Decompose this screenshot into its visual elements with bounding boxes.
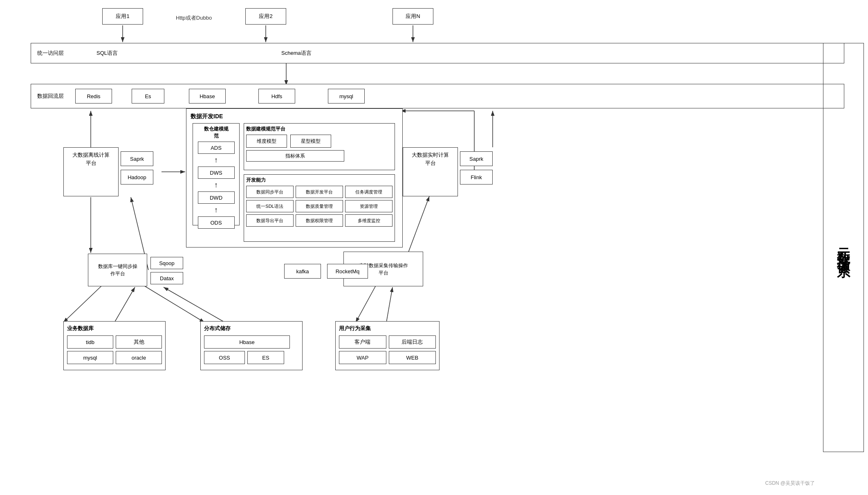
es-dist-box: ES — [247, 351, 284, 364]
unified-access-label: 统一访问层 — [37, 50, 64, 57]
dimension-model-box: 维度模型 — [246, 135, 287, 148]
data-perm-box: 数据权限管理 — [296, 214, 343, 227]
app2-box: 应用2 — [245, 8, 286, 25]
oss-box: OSS — [204, 351, 245, 364]
offline-compute-label: 大数据离线计算平台 — [72, 151, 110, 167]
business-db-box: 业务数据库 tidb 其他 mysql oracle — [63, 321, 166, 370]
offline-compute-box: 大数据离线计算平台 — [63, 147, 119, 196]
index-system-box: 指标体系 — [246, 150, 344, 162]
arrows-svg — [0, 0, 868, 495]
sqoop-box: Sqoop — [150, 257, 183, 269]
oracle-box: oracle — [116, 351, 162, 364]
watermark: CSDN @吴昊该干饭了 — [765, 480, 815, 487]
web-box: WEB — [389, 351, 436, 364]
spark-offline-box: Saprk — [121, 151, 153, 166]
ads-box: ADS — [198, 142, 235, 154]
flink-box: Flink — [460, 170, 493, 184]
unified-access-layer: 统一访问层 SQL语言 Schema语言 — [31, 43, 844, 63]
hbase-box: Hbase — [189, 89, 226, 104]
data-return-layer: 数据回流层 Redis Es Hbase Hdfs mysql — [31, 84, 844, 108]
sql-label: SQL语言 — [96, 50, 118, 57]
user-behavior-title: 用户行为采集 — [339, 325, 436, 332]
hadoop-box: Hadoop — [121, 170, 153, 184]
db-sync-box: 数据库一键同步操作平台 — [88, 254, 147, 286]
http-dubbo-label: Http或者Dubbo — [176, 14, 212, 22]
hdfs-box: Hdfs — [258, 89, 295, 104]
db-sync-label: 数据库一键同步操作平台 — [98, 263, 137, 277]
appN-box: 应用N — [393, 8, 433, 25]
kafka-box: kafka — [284, 264, 321, 279]
svg-line-14 — [164, 287, 225, 322]
resource-mgmt-box: 资源管理 — [345, 200, 393, 212]
meta-data-label: 元数据体系 — [823, 43, 864, 452]
datax-box: Datax — [150, 272, 183, 284]
backend-log-box: 后端日志 — [389, 335, 436, 349]
svg-line-13 — [114, 287, 135, 322]
schema-label: Schema语言 — [281, 50, 312, 57]
data-dev-box: 数据开发平台 — [296, 186, 343, 198]
spark-realtime-box: Saprk — [460, 151, 493, 166]
es-box: Es — [132, 89, 164, 104]
distributed-storage-title: 分布式储存 — [204, 325, 299, 332]
tidb-box: tidb — [67, 335, 113, 349]
rocketmq-box: RocketMq — [327, 264, 368, 279]
model-platform-title: 数据建模规范平台 — [246, 126, 393, 133]
data-ide-title: 数据开发IDE — [191, 113, 398, 120]
mysql-biz-box: mysql — [67, 351, 113, 364]
meta-label-text: 元数据体系 — [834, 237, 852, 258]
wap-box: WAP — [339, 351, 386, 364]
realtime-compute-label: 大数据实时计算平台 — [412, 151, 449, 167]
dev-capability-box: 开发能力 数据同步平台 数据开发平台 任务调度管理 统一SDL语法 数据质量管理… — [244, 174, 395, 242]
svg-line-16 — [386, 287, 393, 322]
data-export-box: 数据导出平台 — [246, 214, 294, 227]
hbase-dist-box: Hbase — [204, 335, 290, 349]
warehouse-norms-title: 数仓建模规范 — [195, 126, 237, 140]
dwd-box: DWD — [198, 191, 235, 204]
task-schedule-box: 任务调度管理 — [345, 186, 393, 198]
data-return-label: 数据回流层 — [37, 92, 64, 100]
ods-box: ODS — [198, 216, 235, 229]
client-box: 客户端 — [339, 335, 386, 349]
dws-box: DWS — [198, 166, 235, 179]
dev-capability-title: 开发能力 — [246, 177, 393, 184]
user-behavior-box: 用户行为采集 客户端 后端日志 WAP WEB — [335, 321, 440, 370]
business-db-title: 业务数据库 — [67, 325, 162, 332]
warehouse-norms-box: 数仓建模规范 ADS ↑ DWS ↑ DWD ↑ ODS — [193, 123, 240, 225]
sdl-syntax-box: 统一SDL语法 — [246, 200, 294, 212]
data-ide-box: 数据开发IDE 数仓建模规范 ADS ↑ DWS ↑ DWD ↑ ODS 数据建… — [186, 108, 403, 248]
star-model-box: 星型模型 — [290, 135, 331, 148]
data-sync-box: 数据同步平台 — [246, 186, 294, 198]
mysql-box: mysql — [328, 89, 365, 104]
redis-box: Redis — [75, 89, 112, 104]
model-platform-box: 数据建模规范平台 维度模型 星型模型 指标体系 — [244, 123, 395, 170]
realtime-compute-box: 大数据实时计算平台 — [403, 147, 458, 196]
app1-box: 应用1 — [102, 8, 143, 25]
other-box: 其他 — [116, 335, 162, 349]
distributed-storage-box: 分布式储存 Hbase OSS ES — [200, 321, 303, 370]
diagram-container: 应用1 Http或者Dubbo 应用2 应用N 统一访问层 SQL语言 Sche… — [0, 0, 868, 495]
data-quality-box: 数据质量管理 — [296, 200, 343, 212]
multi-monitor-box: 多维度监控 — [345, 214, 393, 227]
